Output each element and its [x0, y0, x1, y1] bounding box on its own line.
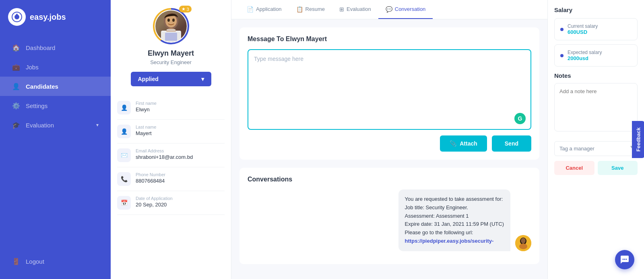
firstname-label: First name: [136, 101, 157, 106]
firstname-value: Elwyn: [136, 106, 157, 112]
tab-resume[interactable]: 📋 Resume: [289, 0, 332, 19]
email-label: Email Address: [136, 148, 193, 153]
attach-icon: 📎: [450, 140, 456, 147]
attach-button[interactable]: 📎 Attach: [440, 135, 487, 152]
notes-textarea[interactable]: [554, 83, 638, 131]
sidebar-nav: 🏠 Dashboard 💼 Jobs 👤 Candidates ⚙️ Setti…: [0, 38, 111, 135]
candidates-icon: 👤: [12, 82, 20, 90]
sender-avatar: [515, 235, 531, 251]
message-section: Message To Elwyn Mayert Type message her…: [239, 27, 539, 160]
sidebar-label-dashboard: Dashboard: [26, 44, 55, 51]
user-icon-2: 👤: [117, 125, 131, 138]
svg-rect-10: [167, 29, 175, 31]
lastname-value: Mayert: [136, 130, 156, 136]
svg-point-19: [624, 259, 625, 260]
conversation-message: You are requested to take assessment for…: [248, 189, 531, 251]
info-firstname: 👤 First name Elwyn: [117, 96, 225, 120]
application-icon: 📄: [247, 6, 254, 12]
tag-manager-select[interactable]: Tag a manager: [554, 141, 638, 156]
user-icon: 👤: [117, 101, 131, 115]
sidebar-item-logout[interactable]: 🚪 Logout: [0, 252, 111, 271]
cancel-button[interactable]: Cancel: [554, 161, 594, 175]
info-lastname: 👤 Last name Mayert: [117, 120, 225, 144]
sidebar: easy.jobs 🏠 Dashboard 💼 Jobs 👤 Candidate…: [0, 0, 111, 279]
profile-title: Security Engineer: [150, 59, 192, 65]
profile-panel: ★ 3 Elwyn Mayert Security Engineer Appli…: [111, 0, 231, 279]
conversations-title: Conversations: [248, 176, 531, 183]
notes-title: Notes: [554, 72, 638, 79]
avatar-ring: [153, 8, 189, 44]
conversations-section: Conversations You are requested to take …: [239, 168, 539, 264]
message-title: Message To Elwyn Mayert: [248, 35, 531, 43]
sidebar-item-dashboard[interactable]: 🏠 Dashboard: [0, 38, 111, 57]
star-icon: ★: [182, 6, 186, 12]
expected-salary-card: Expected salary 2000usd: [554, 44, 638, 67]
tag-manager-wrapper: Tag a manager ▾: [554, 137, 638, 156]
avatar: [155, 10, 187, 42]
phone-value: 8807668484: [136, 178, 165, 184]
note-actions: Cancel Save: [554, 161, 638, 175]
current-salary-card: Current salary 600USD: [554, 18, 638, 40]
message-bubble: You are requested to take assessment for…: [398, 189, 510, 251]
current-salary-label: Current salary: [568, 23, 598, 29]
message-actions: 📎 Attach Send: [248, 135, 531, 152]
sidebar-label-candidates: Candidates: [26, 83, 58, 90]
send-button[interactable]: Send: [492, 135, 531, 152]
svg-point-20: [626, 259, 627, 260]
star-badge: ★ 3: [179, 6, 191, 12]
chat-fab[interactable]: [615, 250, 634, 269]
status-dropdown[interactable]: Applied ▾: [131, 72, 211, 86]
message-text: You are requested to take assessment for…: [405, 195, 504, 246]
calendar-icon: 📅: [117, 196, 131, 210]
current-salary-value: 600USD: [568, 29, 598, 35]
salary-dot-expected: [560, 54, 564, 57]
save-button[interactable]: Save: [598, 161, 638, 175]
tab-evaluation[interactable]: ⊞ Evaluation: [332, 0, 378, 19]
sidebar-logo: easy.jobs: [0, 8, 111, 26]
info-phone: 📞 Phone Number 8807668484: [117, 167, 225, 191]
svg-point-8: [167, 19, 170, 22]
lastname-label: Last name: [136, 125, 156, 129]
jobs-icon: 💼: [12, 63, 20, 71]
content-area: 📄 Application 📋 Resume ⊞ Evaluation 💬 Co…: [231, 0, 547, 279]
email-icon: ✉️: [117, 148, 131, 162]
logout-icon: 🚪: [12, 257, 20, 265]
info-email: ✉️ Email Address shraboni+18@ar.com.bd: [117, 144, 225, 167]
home-icon: 🏠: [12, 44, 20, 52]
date-label: Date of Application: [136, 196, 173, 201]
conv-icon: 💬: [386, 6, 392, 12]
svg-rect-12: [165, 33, 177, 41]
svg-point-18: [623, 259, 624, 260]
salary-dot-current: [560, 28, 564, 31]
message-input-area[interactable]: Type message here G: [248, 49, 531, 130]
settings-icon: ⚙️: [12, 102, 20, 110]
date-value: 20 Sep, 2020: [136, 202, 173, 208]
info-date: 📅 Date of Application 20 Sep, 2020: [117, 191, 225, 215]
expected-salary-value: 2000usd: [568, 55, 602, 61]
message-placeholder: Type message here: [254, 56, 525, 62]
eval-icon: ⊞: [339, 6, 344, 12]
svg-point-16: [521, 238, 526, 244]
svg-point-9: [172, 19, 175, 22]
tabs-bar: 📄 Application 📋 Resume ⊞ Evaluation 💬 Co…: [231, 0, 547, 19]
evaluation-icon: 🎓: [12, 121, 20, 129]
phone-icon: 📞: [117, 172, 131, 186]
resume-icon: 📋: [296, 6, 303, 12]
avatar-container: ★ 3: [153, 8, 189, 44]
sidebar-label-settings: Settings: [26, 102, 47, 109]
main-content: ★ 3 Elwyn Mayert Security Engineer Appli…: [111, 0, 644, 279]
sidebar-label-logout: Logout: [26, 258, 44, 265]
sidebar-item-candidates[interactable]: 👤 Candidates: [0, 77, 111, 96]
tab-conversation[interactable]: 💬 Conversation: [378, 0, 433, 19]
sidebar-label-jobs: Jobs: [26, 64, 39, 71]
sidebar-item-settings[interactable]: ⚙️ Settings: [0, 96, 111, 115]
tab-application[interactable]: 📄 Application: [239, 0, 289, 19]
conversation-content: Message To Elwyn Mayert Type message her…: [231, 19, 547, 272]
profile-name: Elwyn Mayert: [148, 49, 194, 58]
sidebar-item-evaluation[interactable]: 🎓 Evaluation ▾: [0, 115, 111, 135]
feedback-tab[interactable]: Feedback: [632, 121, 644, 158]
chevron-down-icon: ▾: [96, 122, 99, 128]
logo-icon: [8, 8, 26, 26]
svg-point-2: [16, 14, 18, 15]
sidebar-item-jobs[interactable]: 💼 Jobs: [0, 57, 111, 77]
